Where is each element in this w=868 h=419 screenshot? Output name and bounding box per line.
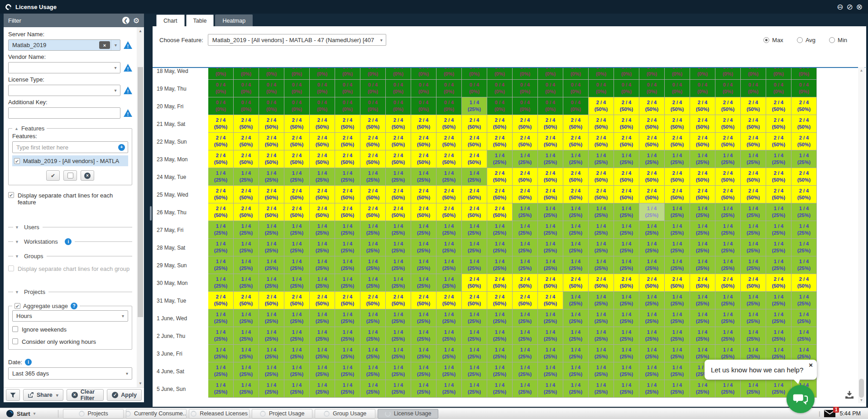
- aggregate-usage-checkbox[interactable]: ✔: [14, 303, 20, 309]
- heatmap-cell[interactable]: 1 / 4(25%): [538, 327, 563, 345]
- heatmap-cell[interactable]: 2 / 4(50%): [563, 168, 589, 186]
- heatmap-cell[interactable]: 2 / 4(50%): [436, 115, 462, 133]
- heatmap-cell[interactable]: 2 / 4(50%): [589, 115, 614, 133]
- taskbar-item-group-usage[interactable]: Group Usage: [315, 409, 375, 419]
- heatmap-cell[interactable]: 1 / 4(25%): [513, 203, 538, 221]
- heatmap-cell[interactable]: 0 / 4(0%): [741, 67, 766, 80]
- heatmap-cell[interactable]: 0 / 4(0%): [360, 80, 386, 97]
- feature-search-input[interactable]: Type first letter here +: [12, 141, 128, 153]
- heatmap-cell[interactable]: 1 / 4(25%): [563, 345, 589, 362]
- mail-button[interactable]: 1: [824, 410, 835, 417]
- clear-selection-button[interactable]: ×: [81, 170, 94, 181]
- heatmap-cell[interactable]: 1 / 4(25%): [259, 309, 284, 327]
- heatmap-cell[interactable]: 2 / 4(50%): [791, 133, 817, 150]
- heatmap-cell[interactable]: 1 / 4(25%): [310, 239, 335, 256]
- heatmap-cell[interactable]: 0 / 4(0%): [563, 67, 589, 80]
- heatmap-cell[interactable]: 1 / 4(25%): [665, 239, 690, 256]
- heatmap-cell[interactable]: 2 / 4(50%): [690, 168, 715, 186]
- heatmap-cell[interactable]: 2 / 4(50%): [639, 133, 665, 150]
- heatmap-cell[interactable]: 1 / 4(25%): [487, 327, 513, 345]
- heatmap-cell[interactable]: 1 / 4(25%): [614, 203, 639, 221]
- heatmap-cell[interactable]: 2 / 4(50%): [538, 186, 563, 203]
- heatmap-cell[interactable]: 0 / 4(0%): [462, 80, 487, 97]
- heatmap-cell[interactable]: 1 / 4(25%): [563, 327, 589, 345]
- heatmap-cell[interactable]: 1 / 4(25%): [436, 239, 462, 256]
- heatmap-cell[interactable]: 0 / 4(0%): [310, 80, 335, 97]
- heatmap-cell[interactable]: 2 / 4(50%): [487, 115, 513, 133]
- heatmap-cell[interactable]: 1 / 4(25%): [513, 150, 538, 168]
- heatmap-cell[interactable]: 2 / 4(50%): [563, 274, 589, 292]
- minimize-icon[interactable]: ⊖: [837, 3, 843, 11]
- heatmap-cell[interactable]: 0 / 4(0%): [614, 80, 639, 97]
- heatmap-cell[interactable]: 0 / 4(0%): [259, 80, 284, 97]
- heatmap-cell[interactable]: 2 / 4(50%): [436, 186, 462, 203]
- heatmap-cell[interactable]: 1 / 4(25%): [791, 327, 817, 345]
- heatmap-cell[interactable]: 1 / 4(25%): [208, 256, 234, 274]
- heatmap-cell[interactable]: 1 / 4(25%): [589, 292, 614, 309]
- heatmap-cell[interactable]: 1 / 4(25%): [386, 362, 411, 380]
- heatmap-scrollbar-thumb[interactable]: [859, 379, 864, 398]
- heatmap-cell[interactable]: 0 / 4(0%): [487, 80, 513, 97]
- heatmap-cell[interactable]: 1 / 4(25%): [741, 292, 766, 309]
- heatmap-cell[interactable]: 0 / 4(0%): [462, 67, 487, 80]
- heatmap-cell[interactable]: 1 / 4(25%): [791, 221, 817, 239]
- panel-splitter-handle[interactable]: [150, 206, 152, 221]
- heatmap-cell[interactable]: 2 / 4(50%): [462, 150, 487, 168]
- working-hours-checkbox[interactable]: [12, 338, 18, 344]
- scroll-down-icon[interactable]: ▼: [137, 381, 144, 385]
- heatmap-cell[interactable]: 1 / 4(25%): [360, 239, 386, 256]
- heatmap-cell[interactable]: 0 / 4(0%): [234, 97, 259, 115]
- heatmap-cell[interactable]: 2 / 4(50%): [386, 292, 411, 309]
- heatmap-cell[interactable]: 2 / 4(50%): [589, 168, 614, 186]
- heatmap-cell[interactable]: 2 / 4(50%): [741, 97, 766, 115]
- heatmap-cell[interactable]: 1 / 4(25%): [335, 327, 360, 345]
- heatmap-cell[interactable]: 1 / 4(25%): [538, 345, 563, 362]
- heatmap-cell[interactable]: 0 / 4(0%): [360, 97, 386, 115]
- heatmap-cell[interactable]: 0 / 4(0%): [538, 97, 563, 115]
- heatmap-cell[interactable]: 2 / 4(50%): [487, 292, 513, 309]
- heatmap-cell[interactable]: 1 / 4(25%): [487, 345, 513, 362]
- heatmap-cell[interactable]: 2 / 4(50%): [715, 115, 741, 133]
- heatmap-cell[interactable]: 1 / 4(25%): [563, 380, 589, 398]
- heatmap-cell[interactable]: 1 / 4(25%): [208, 274, 234, 292]
- heatmap-cell[interactable]: 1 / 4(25%): [791, 256, 817, 274]
- heatmap-cell[interactable]: 2 / 4(50%): [715, 97, 741, 115]
- heatmap-cell[interactable]: 1 / 4(25%): [665, 256, 690, 274]
- heatmap-cell[interactable]: 1 / 4(25%): [513, 380, 538, 398]
- heatmap-cell[interactable]: 1 / 4(25%): [386, 345, 411, 362]
- heatmap-cell[interactable]: 2 / 4(50%): [665, 97, 690, 115]
- heatmap-cell[interactable]: 0 / 4(0%): [487, 97, 513, 115]
- heatmap-cell[interactable]: 0 / 4(0%): [513, 67, 538, 80]
- heatmap-cell[interactable]: 1 / 4(25%): [284, 168, 310, 186]
- aggregate-unit-dropdown[interactable]: Hours ▾: [12, 310, 128, 322]
- heatmap-cell[interactable]: 0 / 4(0%): [791, 80, 817, 97]
- heatmap-cell[interactable]: 2 / 4(50%): [360, 150, 386, 168]
- heatmap-cell[interactable]: 1 / 4(25%): [436, 327, 462, 345]
- taskbar-item-project-usage[interactable]: Project Usage: [252, 409, 312, 419]
- heatmap-cell[interactable]: 1 / 4(25%): [589, 345, 614, 362]
- heatmap-cell[interactable]: 1 / 4(25%): [335, 309, 360, 327]
- heatmap-cell[interactable]: 2 / 4(50%): [386, 115, 411, 133]
- scroll-up-icon[interactable]: ▲: [858, 68, 865, 72]
- license-type-input[interactable]: ▾: [8, 85, 120, 96]
- heatmap-cell[interactable]: 2 / 4(50%): [335, 115, 360, 133]
- heatmap-cell[interactable]: 2 / 4(50%): [386, 203, 411, 221]
- radio-min[interactable]: Min: [829, 37, 847, 43]
- heatmap-cell[interactable]: 1 / 4(25%): [589, 309, 614, 327]
- heatmap-cell[interactable]: 2 / 4(50%): [462, 115, 487, 133]
- heatmap-cell[interactable]: 1 / 4(25%): [741, 256, 766, 274]
- tab-chart[interactable]: Chart: [156, 14, 185, 26]
- heatmap-cell[interactable]: 0 / 4(0%): [436, 80, 462, 97]
- filter-button[interactable]: [6, 389, 20, 401]
- filter-scrollbar[interactable]: ▲ ▼: [137, 27, 144, 387]
- heatmap-cell[interactable]: 1 / 4(25%): [538, 221, 563, 239]
- heatmap-cell[interactable]: 1 / 4(25%): [766, 327, 791, 345]
- heatmap-cell[interactable]: 1 / 4(25%): [741, 203, 766, 221]
- heatmap-cell[interactable]: 2 / 4(50%): [791, 115, 817, 133]
- heatmap-cell[interactable]: 0 / 4(0%): [234, 80, 259, 97]
- heatmap-cell[interactable]: 2 / 4(50%): [766, 186, 791, 203]
- heatmap-cell[interactable]: 2 / 4(50%): [208, 133, 234, 150]
- clear-server-icon[interactable]: ×: [99, 41, 110, 49]
- heatmap-cell[interactable]: 1 / 4(25%): [563, 203, 589, 221]
- heatmap-cell[interactable]: 1 / 4(25%): [411, 239, 436, 256]
